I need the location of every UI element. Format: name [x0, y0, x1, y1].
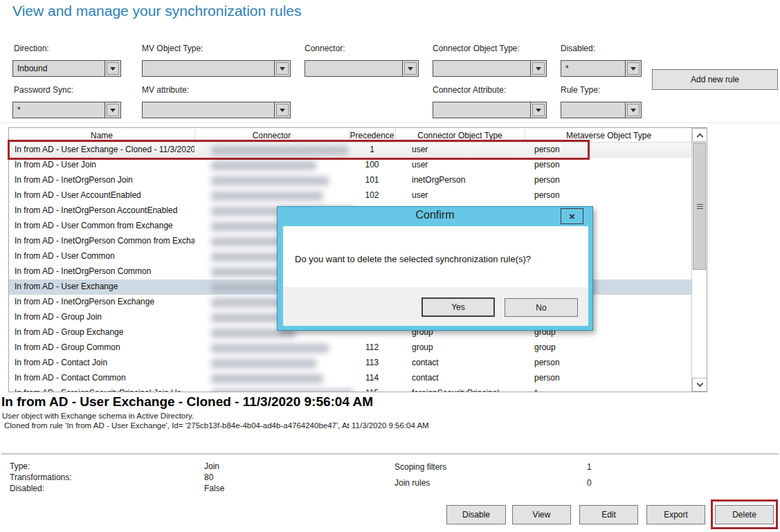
precedence-cell: 114: [349, 373, 395, 383]
chevron-down-icon[interactable]: [105, 102, 120, 118]
mv-object-type-dropdown[interactable]: [142, 60, 291, 77]
table-row[interactable]: In from AD - Group Common112groupgroup: [9, 340, 692, 356]
rule-name-cell: In from AD - Group Common: [15, 342, 194, 352]
table-row[interactable]: In from AD - ForeignSecurityPrincipal Jo…: [9, 386, 692, 392]
redacted-connector-cell: [211, 146, 348, 155]
connector-object-type-cell: contact: [412, 358, 523, 367]
table-row[interactable]: In from AD - InetOrgPerson Join101inetOr…: [9, 173, 692, 188]
connector-object-type-cell: user: [412, 145, 523, 154]
mv-attribute-dropdown[interactable]: [142, 102, 291, 118]
rule-name-cell: In from AD - User Exchange - Cloned - 11…: [15, 145, 194, 154]
chevron-down-icon[interactable]: [625, 102, 641, 118]
close-icon[interactable]: ×: [561, 208, 583, 224]
delete-button[interactable]: Delete: [715, 505, 774, 524]
rule-name-cell: In from AD - User Exchange: [15, 282, 194, 291]
rule-name-cell: In from AD - InetOrgPerson Exchange: [15, 297, 194, 306]
sync-rules-editor-window: View and manage your synchronization rul…: [0, 0, 780, 532]
rule-name-cell: In from AD - ForeignSecurityPrincipal Jo…: [15, 388, 194, 392]
metaverse-object-type-cell: person: [534, 190, 673, 200]
rule-type-dropdown[interactable]: [561, 102, 642, 118]
transformations-label: Transformations:: [10, 473, 72, 482]
no-button[interactable]: No: [505, 298, 578, 317]
disabled-label: Disabled:: [561, 44, 595, 53]
precedence-cell: 115: [349, 388, 395, 392]
scroll-up-button[interactable]: [692, 128, 707, 142]
precedence-cell: 1: [349, 145, 395, 154]
redacted-connector-cell: [211, 374, 323, 383]
table-row[interactable]: In from AD - User Exchange - Cloned - 11…: [9, 143, 692, 158]
vertical-scrollbar[interactable]: [691, 128, 707, 392]
redacted-connector-cell: [211, 344, 329, 353]
chevron-down-icon[interactable]: [530, 61, 546, 76]
scoping-filters-value: 1: [587, 462, 592, 472]
confirm-dialog: Confirm × Do you want to delete the sele…: [277, 206, 593, 331]
scroll-down-button[interactable]: [692, 378, 707, 392]
connector-object-type-dropdown[interactable]: [433, 60, 547, 77]
chevron-down-icon[interactable]: [402, 61, 418, 76]
chevron-down-icon[interactable]: [274, 61, 290, 76]
disabled-field-value: False: [204, 484, 224, 493]
rule-description: User object with Exchange schema in Acti…: [2, 412, 194, 420]
rule-name-cell: In from AD - Group Join: [15, 312, 194, 322]
yes-button[interactable]: Yes: [421, 297, 495, 317]
table-header: Name Connector Precedence Connector Obje…: [9, 128, 692, 143]
connector-object-type-cell: group: [412, 342, 523, 352]
redacted-connector-cell: [211, 161, 316, 170]
chevron-up-icon: [697, 134, 704, 140]
chevron-down-icon[interactable]: [105, 61, 120, 76]
column-header-precedence[interactable]: Precedence: [349, 128, 395, 143]
chevron-down-icon: [697, 380, 704, 387]
scrollbar-thumb[interactable]: [693, 143, 706, 270]
metaverse-object-type-cell: person: [534, 358, 673, 367]
column-header-connector[interactable]: Connector: [194, 128, 349, 143]
chevron-down-icon[interactable]: [530, 102, 546, 118]
column-header-connector-object-type[interactable]: Connector Object Type: [395, 128, 525, 143]
connector-object-type-cell: foreignSecurityPrincipal: [412, 388, 523, 392]
table-row[interactable]: In from AD - User AccountEnabled102userp…: [9, 188, 692, 203]
dialog-title: Confirm: [278, 209, 592, 221]
view-button[interactable]: View: [512, 505, 571, 524]
rule-detail-title: In from AD - User Exchange - Cloned - 11…: [1, 394, 373, 410]
rule-name-cell: In from AD - InetOrgPerson Join: [15, 175, 194, 185]
filters-separator: [0, 122, 780, 123]
edit-button[interactable]: Edit: [579, 505, 638, 524]
connector-attribute-dropdown[interactable]: [433, 102, 547, 118]
table-row[interactable]: In from AD - Contact Common114contactper…: [9, 371, 692, 386]
scoping-filters-label: Scoping filters: [394, 462, 446, 472]
mv-object-type-label: MV Object Type:: [142, 44, 203, 53]
connector-object-type-cell: user: [412, 160, 523, 169]
connector-object-type-cell: contact: [412, 373, 523, 383]
direction-dropdown[interactable]: Inbound: [12, 60, 121, 77]
chevron-down-icon[interactable]: [625, 61, 641, 76]
rule-name-cell: In from AD - Group Exchange: [15, 327, 194, 337]
redacted-connector-cell: [211, 192, 323, 201]
precedence-cell: 102: [349, 190, 395, 200]
export-button[interactable]: Export: [646, 505, 705, 524]
disable-button[interactable]: Disable: [446, 505, 506, 524]
password-sync-dropdown[interactable]: *: [12, 102, 121, 118]
connector-label: Connector:: [305, 44, 345, 53]
connector-dropdown[interactable]: [305, 60, 419, 77]
rule-name-cell: In from AD - User Join: [15, 160, 194, 169]
precedence-cell: 101: [349, 175, 395, 185]
transformations-value: 80: [204, 473, 213, 482]
chevron-down-icon[interactable]: [274, 102, 290, 118]
add-new-rule-button[interactable]: Add new rule: [652, 69, 778, 90]
rule-name-cell: In from AD - Contact Join: [15, 358, 194, 367]
metaverse-object-type-cell: person: [534, 160, 673, 169]
detail-separator: [1, 453, 779, 455]
page-title: View and manage your synchronization rul…: [12, 3, 302, 19]
rule-type-label: Rule Type:: [561, 85, 600, 95]
metaverse-object-type-cell: *: [534, 388, 673, 392]
column-header-metaverse-object-type[interactable]: Metaverse Object Type: [525, 128, 693, 143]
redacted-connector-cell: [211, 389, 353, 392]
rule-name-cell: In from AD - User Common from Exchange: [15, 221, 194, 230]
redacted-connector-cell: [211, 176, 329, 185]
type-label: Type:: [10, 461, 30, 471]
column-header-name[interactable]: Name: [9, 128, 194, 143]
rule-name-cell: In from AD - InetOrgPerson Common from E…: [15, 236, 194, 246]
table-row[interactable]: In from AD - Contact Join113contactperso…: [9, 356, 692, 371]
table-row[interactable]: In from AD - User Join100userperson: [9, 158, 692, 173]
disabled-dropdown[interactable]: *: [561, 60, 642, 77]
direction-label: Direction:: [14, 44, 49, 53]
